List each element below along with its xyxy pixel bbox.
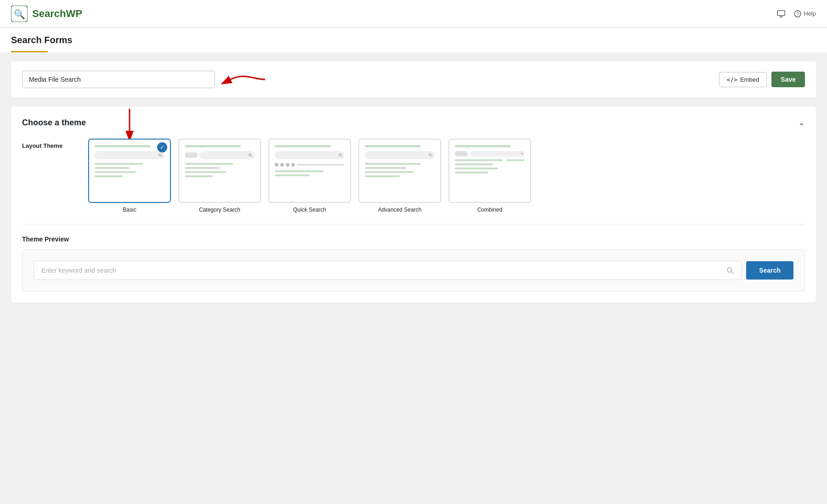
preview-placeholder: Enter keyword and search	[41, 267, 116, 274]
svg-text:🔍: 🔍	[14, 9, 25, 20]
mock-results	[275, 170, 345, 176]
mock-results	[95, 163, 164, 177]
theme-name-basic: Basic	[123, 207, 136, 213]
mock-search-bar	[95, 151, 164, 159]
choose-theme-title: Choose a theme	[22, 118, 86, 128]
theme-option-basic[interactable]: ✓ Basic	[88, 139, 171, 213]
theme-preview-box: Enter keyword and search Search	[22, 249, 805, 291]
mock-line	[455, 145, 511, 147]
mock-pill	[455, 151, 468, 157]
theme-option-combined[interactable]: Combined	[448, 139, 531, 213]
theme-option-quick[interactable]: Quick Search	[268, 139, 351, 213]
embed-button[interactable]: </> Embed	[719, 72, 767, 87]
theme-thumbnail-quick[interactable]	[268, 139, 351, 203]
theme-option-advanced[interactable]: Advanced Search	[358, 139, 441, 213]
chevron-down-icon[interactable]: ⌄	[798, 118, 805, 128]
svg-text:?: ?	[796, 11, 799, 17]
theme-card: Choose a theme ⌄ Layout Theme	[11, 106, 816, 302]
mock-line	[95, 145, 151, 147]
save-button[interactable]: Save	[771, 72, 805, 87]
preview-search-button[interactable]: Search	[746, 261, 793, 280]
svg-line-14	[341, 156, 342, 157]
page-title-section: Search Forms	[0, 28, 827, 52]
mock-dots	[275, 163, 345, 167]
main-content: Choose a theme ⌄ Layout Theme	[0, 106, 827, 314]
red-arrow-annotation	[217, 68, 267, 91]
form-name-input[interactable]	[22, 71, 215, 88]
form-name-wrapper	[22, 71, 215, 88]
svg-point-19	[727, 268, 732, 272]
theme-name-advanced: Advanced Search	[378, 207, 422, 213]
svg-rect-2	[777, 11, 785, 16]
help-link[interactable]: ? Help	[794, 10, 816, 17]
red-arrow-down-annotation	[116, 106, 143, 141]
embed-label: Embed	[740, 76, 759, 83]
mock-results	[185, 163, 255, 177]
mock-cat-row	[185, 151, 255, 159]
app-logo: 🔍 SearchWP	[11, 6, 82, 22]
mock-results	[365, 163, 435, 177]
mock-search-bar	[275, 151, 345, 159]
mock-pill	[185, 152, 198, 158]
monitor-icon[interactable]	[776, 9, 786, 18]
embed-code-icon: </>	[727, 76, 737, 83]
theme-thumbnail-category[interactable]	[178, 139, 261, 203]
content-area: Search Forms </	[0, 28, 827, 314]
theme-name-quick: Quick Search	[293, 207, 326, 213]
help-label: Help	[804, 10, 816, 17]
theme-name-combined: Combined	[477, 207, 503, 213]
svg-point-17	[521, 153, 523, 155]
theme-preview-label: Theme Preview	[22, 235, 805, 243]
preview-search-row: Enter keyword and search Search	[34, 261, 793, 280]
form-name-bar: </> Embed Save	[11, 62, 816, 97]
form-name-section: </> Embed Save	[0, 52, 827, 106]
search-icon	[726, 267, 734, 274]
logo-icon: 🔍	[11, 6, 28, 22]
svg-line-20	[731, 272, 733, 274]
mock-line	[365, 145, 421, 147]
theme-thumbnail-combined[interactable]	[448, 139, 531, 203]
theme-name-category: Category Search	[199, 207, 240, 213]
svg-line-18	[522, 154, 523, 155]
mock-search-bar	[365, 151, 435, 159]
preview-search-field[interactable]: Enter keyword and search	[34, 261, 742, 280]
svg-line-10	[161, 156, 162, 157]
help-icon: ?	[794, 10, 801, 17]
theme-option-category[interactable]: Category Search	[178, 139, 261, 213]
layout-theme-label: Layout Theme	[22, 139, 77, 149]
app-header: 🔍 SearchWP ? Help	[0, 0, 827, 28]
svg-point-15	[429, 154, 431, 156]
mock-line	[185, 145, 241, 147]
svg-line-12	[251, 156, 252, 157]
page-title: Search Forms	[11, 35, 816, 51]
selected-check: ✓	[157, 142, 167, 152]
svg-line-16	[431, 156, 432, 157]
form-actions: </> Embed Save	[719, 72, 805, 87]
svg-point-9	[159, 154, 161, 156]
theme-preview-section: Theme Preview Enter keyword and search S…	[22, 235, 805, 291]
theme-thumbnail-advanced[interactable]	[358, 139, 441, 203]
logo-text: SearchWP	[32, 8, 82, 20]
theme-thumbnail-basic[interactable]: ✓	[88, 139, 171, 203]
mock-line	[275, 145, 331, 147]
theme-options: ✓ Basic	[88, 139, 531, 213]
layout-theme-row: Layout Theme	[22, 139, 805, 224]
svg-point-13	[339, 154, 341, 156]
header-actions: ? Help	[776, 9, 816, 18]
svg-point-11	[249, 154, 251, 156]
